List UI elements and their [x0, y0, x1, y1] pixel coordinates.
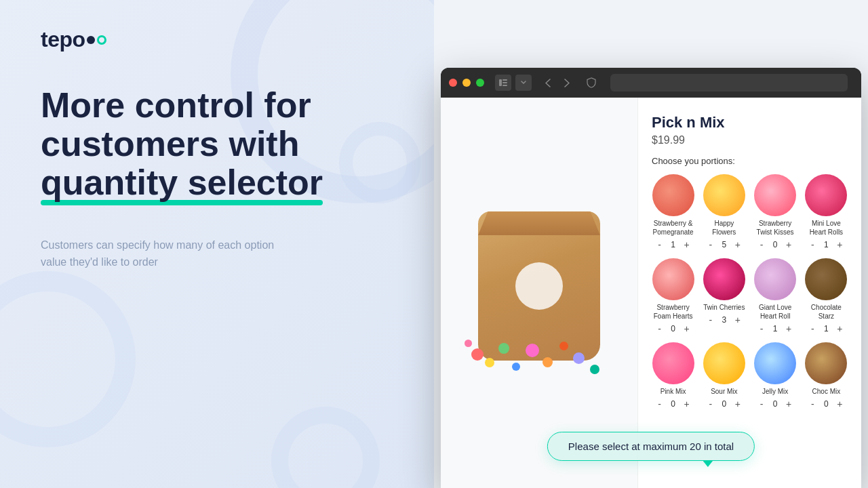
candy-name-4: Strawberry Foam Hearts [652, 303, 694, 321]
choose-label: Choose you portions: [652, 156, 848, 166]
qty-control-1: -5+ [705, 239, 743, 250]
qty-value-10: 0 [770, 399, 781, 409]
forward-button[interactable] [559, 75, 575, 91]
qty-minus-4[interactable]: - [654, 323, 665, 334]
qty-plus-4[interactable]: + [682, 323, 692, 334]
candy-name-2: Strawberry Twist Kisses [754, 219, 797, 237]
product-bag-display [471, 211, 607, 374]
scatter-candies [465, 327, 614, 381]
candy-item: Strawberry & Pomegranate-1+ [652, 174, 694, 250]
qty-value-0: 1 [668, 240, 679, 249]
candy-item: Chocolate Starz-1+ [805, 258, 848, 334]
traffic-light-red[interactable] [449, 79, 457, 87]
back-button[interactable] [540, 75, 556, 91]
bag-logo-circle [515, 262, 563, 310]
candy-image-2 [754, 174, 796, 216]
candy-grid: Strawberry & Pomegranate-1+Happy Flowers… [652, 174, 848, 409]
qty-minus-10[interactable]: - [756, 399, 767, 409]
logo: tepo [41, 27, 393, 52]
qty-value-3: 1 [821, 240, 831, 249]
browser-window: Pick n Mix $19.99 Choose you portions: S… [441, 68, 861, 488]
candy-name-5: Twin Cherries [703, 303, 745, 312]
candy-item: Happy Flowers-5+ [703, 174, 745, 250]
qty-control-10: -0+ [756, 399, 794, 409]
qty-plus-1[interactable]: + [732, 239, 743, 250]
qty-plus-11[interactable]: + [834, 399, 845, 409]
candy-name-0: Strawberry & Pomegranate [652, 219, 694, 237]
right-panel: Pick n Mix $19.99 Choose you portions: S… [434, 0, 868, 488]
candy-name-8: Pink Mix [660, 387, 686, 396]
traffic-light-green[interactable] [476, 79, 484, 87]
qty-control-9: -0+ [705, 399, 743, 409]
address-bar[interactable] [610, 74, 848, 92]
left-panel: tepo More control for customers with qua… [0, 0, 434, 488]
sub-text: Customers can specify how many of each o… [41, 237, 298, 271]
candy-name-7: Chocolate Starz [805, 303, 848, 321]
browser-nav [540, 75, 575, 91]
qty-minus-2[interactable]: - [756, 239, 767, 250]
qty-plus-5[interactable]: + [732, 314, 743, 325]
sidebar-toggle-button[interactable] [495, 75, 511, 91]
traffic-light-yellow[interactable] [462, 79, 471, 87]
qty-minus-9[interactable]: - [705, 399, 716, 409]
deco-circle-bottom [271, 407, 380, 488]
qty-plus-0[interactable]: + [682, 239, 692, 250]
qty-plus-7[interactable]: + [834, 323, 845, 334]
candy-image-11 [805, 342, 847, 384]
candy-image-4 [652, 258, 694, 300]
logo-text: tepo [41, 27, 85, 52]
candy-item: Sour Mix-0+ [703, 342, 745, 409]
candy-scatter-4 [512, 363, 520, 371]
qty-plus-8[interactable]: + [682, 399, 692, 409]
logo-dots [87, 35, 106, 45]
candy-image-10 [754, 342, 796, 384]
candy-scatter-9 [465, 340, 472, 347]
candy-image-5 [703, 258, 745, 300]
candy-name-6: Giant Love Heart Roll [754, 303, 797, 321]
qty-minus-8[interactable]: - [654, 399, 665, 409]
product-price: $19.99 [652, 134, 848, 146]
candy-name-11: Choc Mix [812, 387, 841, 396]
candy-scatter-5 [526, 344, 539, 357]
candy-image-9 [703, 342, 745, 384]
qty-plus-6[interactable]: + [783, 323, 794, 334]
qty-value-4: 0 [668, 324, 679, 333]
candy-image-6 [754, 258, 796, 300]
qty-plus-10[interactable]: + [783, 399, 794, 409]
candy-item: Jelly Mix-0+ [754, 342, 797, 409]
candy-name-9: Sour Mix [711, 387, 737, 396]
product-title: Pick n Mix [652, 114, 848, 131]
notification-text: Please select at maximum 20 in total [568, 441, 734, 452]
qty-control-11: -0+ [807, 399, 845, 409]
qty-value-2: 0 [770, 240, 781, 249]
qty-control-4: -0+ [654, 323, 692, 334]
candy-item: Choc Mix-0+ [805, 342, 848, 409]
qty-value-1: 5 [719, 240, 730, 249]
candy-item: Pink Mix-0+ [652, 342, 694, 409]
dropdown-button[interactable] [515, 75, 532, 91]
candy-image-3 [805, 174, 847, 216]
candy-item: Giant Love Heart Roll-1+ [754, 258, 797, 334]
svg-rect-0 [499, 79, 502, 86]
qty-plus-2[interactable]: + [783, 239, 794, 250]
svg-rect-3 [502, 85, 507, 86]
qty-minus-5[interactable]: - [705, 314, 716, 325]
main-heading: More control for customers with quantity… [41, 86, 393, 203]
qty-plus-9[interactable]: + [732, 399, 743, 409]
candy-scatter-10 [590, 365, 599, 374]
qty-minus-11[interactable]: - [807, 399, 818, 409]
qty-plus-3[interactable]: + [834, 239, 845, 250]
heading-highlight: quantity selector [41, 163, 323, 202]
qty-control-8: -0+ [654, 399, 692, 409]
qty-minus-1[interactable]: - [705, 239, 716, 250]
qty-minus-7[interactable]: - [807, 323, 818, 334]
qty-minus-0[interactable]: - [654, 239, 665, 250]
store-layout: Pick n Mix $19.99 Choose you portions: S… [441, 98, 861, 488]
candy-scatter-2 [485, 358, 494, 367]
candy-scatter-6 [542, 357, 553, 367]
candy-item: Mini Love Heart Rolls-1+ [805, 174, 848, 250]
qty-minus-3[interactable]: - [807, 239, 818, 250]
candy-name-10: Jelly Mix [762, 387, 788, 396]
qty-minus-6[interactable]: - [756, 323, 767, 334]
qty-value-8: 0 [668, 399, 679, 409]
